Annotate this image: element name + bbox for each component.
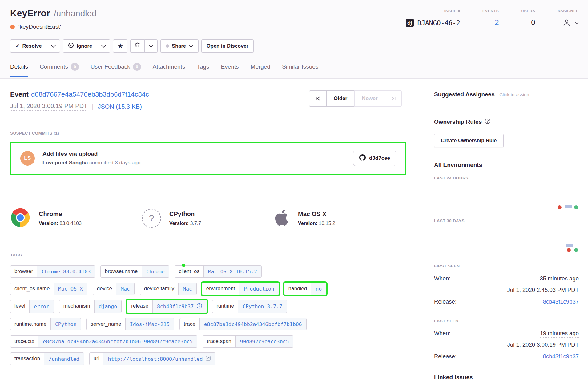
tag-value-link[interactable]: Mac OS X [54,283,87,295]
delete-dropdown-button[interactable] [144,39,158,53]
assignee-dropdown[interactable] [558,18,579,28]
tag-pill-mechanism: mechanismdjango [59,300,122,313]
tab-events[interactable]: Events [221,63,239,77]
ownership-rules-title: Ownership Rules [434,119,482,125]
divider: | [92,103,93,110]
annotation-marker [182,264,185,267]
tag-key: trace.span [203,336,235,347]
delete-button[interactable] [130,39,145,53]
first-seen-relative-time[interactable]: 35 minutes ago [540,275,579,283]
tag-value-link[interactable]: Idos-iMac-215 [125,318,174,330]
context-mac-os-x: Mac OS XVersion: 10.15.2 [274,208,411,228]
tag-value-link[interactable]: django [94,300,122,313]
tag-pill-trace-span: trace.span90d892c9eace3bc5 [203,335,293,348]
tag-value-link[interactable]: Mac OS X 10.15.2 [203,266,261,277]
tag-value-link[interactable]: no [311,283,326,295]
ignore-dropdown-button[interactable] [97,39,110,53]
commit-author: Lovepreet Sangha [42,160,88,166]
last-seen-relative-time[interactable]: 19 minutes ago [540,330,579,338]
context-version: Version: 10.15.2 [298,221,335,226]
tab-comments[interactable]: Comments0 [40,63,79,77]
tag-pill-environment: environmentProduction [202,283,279,295]
first-seen-release-link[interactable]: 8cb43f1c9b37 [543,298,579,305]
project-short-id[interactable]: DJANGO-46-2 [417,19,460,27]
tag-value-link[interactable]: http://localhost:8000/unhandled [103,353,215,365]
tag-key: browser [10,266,37,277]
share-button[interactable]: Share [160,39,199,53]
tag-key: device.family [140,283,178,295]
all-environments-title: All Environments [434,162,579,168]
tag-pill-release: release8cb43f1c9b37 [127,300,207,313]
tab-details[interactable]: Details [10,63,28,77]
resolve-button[interactable]: ✔ Resolve [10,39,47,53]
tab-similar-issues[interactable]: Similar Issues [282,63,318,77]
tags-section: TAGS browserChrome 83.0.4103browser.name… [0,243,421,365]
tag-value-link[interactable]: /unhandled [44,353,83,365]
tag-value-link[interactable]: e8c87ba1dc494bb2a4346bcfbf7b1b06 [199,318,306,330]
older-event-button[interactable]: Older [326,90,355,107]
tag-pill-server-name: server_nameIdos-iMac-215 [86,318,174,330]
tag-value-link[interactable]: CPython [50,318,81,330]
event-id-link[interactable]: d08d7667e4a5476eb3b3db6d7f14c84c [31,90,149,98]
checkmark-icon: ✔ [15,43,19,49]
newest-event-button[interactable] [385,90,402,107]
tag-row: levelerrormechanismdjangorelease8cb43f1c… [10,300,411,313]
commit-meta: committed 3 days ago [88,160,140,166]
tab-label: User Feedback [91,63,130,70]
tag-pill-runtime: runtimeCPython 3.7.7 [212,300,287,313]
tag-value-link[interactable]: Mac [178,283,196,295]
event-timestamp[interactable]: Jul 1, 2020 3:00:19 PM PDT [10,103,87,111]
external-link-icon[interactable] [205,356,211,362]
tag-value-link[interactable]: Chrome 83.0.4103 [37,266,95,277]
chrome-logo-icon [10,207,30,228]
tag-value-link[interactable]: Mac [116,283,134,295]
resolve-dropdown-button[interactable] [47,39,60,53]
tab-user-feedback[interactable]: User Feedback0 [91,63,141,77]
main-column: Eventd08d7667e4a5476eb3b3db6d7f14c84c Ju… [0,79,421,386]
suspect-commits-section: SUSPECT COMMITS (1) LS Add files via upl… [0,123,421,193]
tag-value-link[interactable]: CPython 3.7.7 [238,300,287,313]
error-level-dot [10,25,15,29]
oldest-event-button[interactable] [309,90,327,107]
tag-value-link[interactable]: Production [239,283,278,295]
tag-pill-client-os-name: client_os.nameMac OS X [10,283,87,295]
issue-number-label: ISSUE # [444,9,460,14]
events-count[interactable]: 2 [482,18,499,27]
issue-message: 'keyDoesntExist' [18,23,61,30]
tag-pill-transaction: transaction/unhandled [10,352,84,365]
info-icon[interactable] [196,303,202,310]
tab-merged[interactable]: Merged [251,63,270,77]
issue-culprit: /unhandled [54,9,97,18]
tag-value-link[interactable]: 90d892c9eace3bc5 [235,336,293,347]
users-count[interactable]: 0 [521,18,535,27]
event-json-link[interactable]: JSON (15.3 KB) [98,103,142,110]
tag-key: device [93,283,116,295]
bookmark-star-button[interactable]: ★ [113,39,127,53]
help-question-icon[interactable] [485,118,491,126]
tag-value-link[interactable]: Chrome [142,266,169,277]
tag-row: browserChrome 83.0.4103browser.nameChrom… [10,265,411,278]
tag-value-link[interactable]: error [29,300,54,313]
event-pagination: Older Newer [309,90,402,107]
tag-pill-trace-ctx: trace.ctxe8c87ba1dc494bb2a4346bcfbf7b1b0… [10,335,197,348]
tab-attachments[interactable]: Attachments [153,63,185,77]
star-icon: ★ [118,42,123,50]
issue-stats: ISSUE # dj DJANGO-46-2 EVENTS 2 USERS 0 … [384,8,579,28]
commit-sha-button[interactable]: d3d7cee [353,151,396,166]
create-ownership-rule-button[interactable]: Create Ownership Rule [434,134,504,147]
tag-pill-trace: tracee8c87ba1dc494bb2a4346bcfbf7b1b06 [179,318,307,330]
tag-value-link[interactable]: 8cb43f1c9b37 [152,300,207,313]
last-seen-release-link[interactable]: 8cb43f1c9b37 [543,353,579,360]
newer-event-button[interactable]: Newer [354,90,385,107]
tab-count-badge: 0 [71,63,79,71]
open-in-discover-button[interactable]: Open in Discover [201,39,254,53]
ignore-button[interactable]: Ignore [63,39,97,53]
tag-value-link[interactable]: e8c87ba1dc494bb2a4346bcfbf7b1b06-90d892c… [38,336,197,347]
tag-pill-handled: handledno [284,283,326,295]
tag-row: trace.ctxe8c87ba1dc494bb2a4346bcfbf7b1b0… [10,335,411,348]
when-label: When: [434,330,450,337]
suspect-commit-row[interactable]: LS Add files via upload Lovepreet Sangha… [10,142,406,175]
tab-tags[interactable]: Tags [197,63,209,77]
tag-key: client_os.name [10,283,54,295]
chrome-icon [10,207,30,229]
